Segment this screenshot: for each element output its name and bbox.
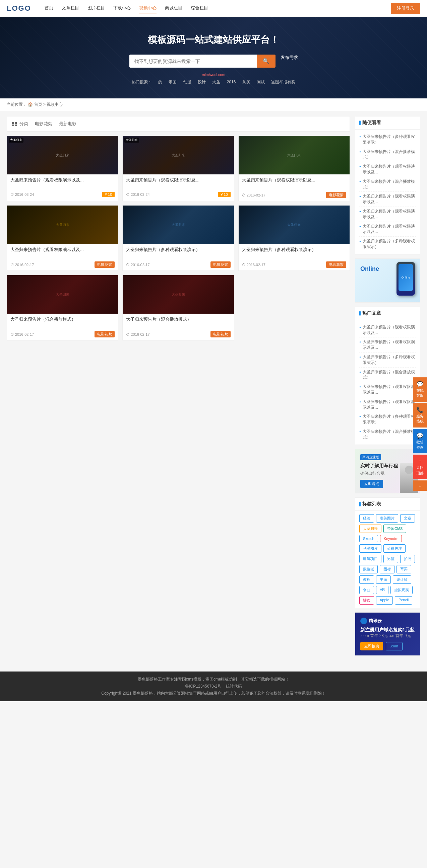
video-card-7[interactable]: 大圣归来 大圣归来预告片（混合播放模式） ⏱ 2016-02-17 电影花絮 xyxy=(122,275,234,340)
random-watch-header: 随便看看 xyxy=(355,117,420,129)
random-item-1[interactable]: 大圣归来预告片（混合播放模式） xyxy=(359,147,416,162)
video-title-3: 大圣归来预告片（观看权限演示以及... xyxy=(10,247,115,259)
video-card-2[interactable]: 大圣归来 大圣归来预告片（观看权限演示以及... ⏱ 2016-02-17 电影… xyxy=(238,135,350,201)
hot-article-2[interactable]: 大圣归来预告片（多种观看权限演示） xyxy=(359,352,416,368)
tag-7[interactable]: 动漫图片 xyxy=(359,544,381,553)
hot-article-5[interactable]: 大圣归来预告片（观看权限演示以及... xyxy=(359,397,416,412)
tag-1[interactable]: 唯美图片 xyxy=(376,514,398,523)
hot-article-7[interactable]: 大圣归来预告片（混合播放模式） xyxy=(359,427,416,442)
float-hotline[interactable]: 📞 服务热线 xyxy=(413,403,427,428)
hot-item-0[interactable]: 的 xyxy=(158,80,162,84)
float-customer-service[interactable]: 💬 在线客服 xyxy=(413,377,427,402)
hot-item-4[interactable]: 大圣 xyxy=(212,80,220,84)
logo: LOGO xyxy=(7,4,31,13)
tag-18[interactable]: 创业 xyxy=(359,586,374,594)
tag-6[interactable]: Keynote· xyxy=(380,535,402,542)
hot-item-7[interactable]: 测试 xyxy=(257,80,265,84)
video-info-3: 大圣归来预告片（观看权限演示以及... ⏱ 2016-02-17 电影花絮 xyxy=(7,244,118,271)
banner: 模板源码一站式建站供应平台！ 🔍 发布需求 mimiwuqi.com 热门搜索：… xyxy=(0,17,427,98)
tag-5[interactable]: Sketch xyxy=(359,535,378,542)
tag-22[interactable]: Apple xyxy=(376,596,393,604)
tag-17[interactable]: 设计师 xyxy=(393,576,411,584)
tag-21[interactable]: 键盘 xyxy=(359,596,374,604)
tencent-btn2[interactable]: .com xyxy=(386,642,402,650)
tag-0[interactable]: 经验 xyxy=(359,514,374,523)
login-button[interactable]: 注册登录 xyxy=(391,3,420,14)
tab-latest-movie[interactable]: 最新电影 xyxy=(59,120,77,128)
random-item-4[interactable]: 大圣归来预告片（观看权限演示以及... xyxy=(359,192,416,207)
tag-12[interactable]: 数位板 xyxy=(359,565,378,574)
tag-8[interactable]: 值得关注 xyxy=(383,544,405,553)
tag-10[interactable]: 男篮 xyxy=(383,555,398,563)
nav-home[interactable]: 首页 xyxy=(45,3,53,13)
random-item-3[interactable]: 大圣归来预告片（混合播放模式） xyxy=(359,177,416,192)
tab-movie-clips[interactable]: 电影花絮 xyxy=(35,120,52,128)
tag-11[interactable]: 拍照 xyxy=(400,555,415,563)
video-card-6[interactable]: 大圣归来 大圣归来预告片（混合播放模式） ⏱ 2016-02-17 电影花絮 xyxy=(7,275,118,340)
steal-report-link[interactable]: 盗图举报有奖 xyxy=(271,80,295,84)
tag-4[interactable]: 帝国CMS xyxy=(383,525,406,533)
tag-23[interactable]: Pencil xyxy=(395,596,412,604)
tags-header: 标签列表 xyxy=(355,498,420,511)
video-tag-3: 电影花絮 xyxy=(94,261,115,268)
nav-misc[interactable]: 综合栏目 xyxy=(191,3,208,13)
main-nav: 首页 文章栏目 图片栏目 下载中心 视频中心 商城栏目 综合栏目 xyxy=(45,3,391,13)
hot-article-0[interactable]: 大圣归来预告片（观看权限演示以及... xyxy=(359,323,416,338)
nav-shop[interactable]: 商城栏目 xyxy=(165,3,182,13)
hot-item-2[interactable]: 动漫 xyxy=(183,80,191,84)
enterprise-btn[interactable]: 立即请点 xyxy=(360,480,383,488)
video-card-5[interactable]: 大圣归来 大圣归来预告片（多种观看权限演示） ⏱ 2016-02-17 电影花絮 xyxy=(238,205,350,271)
random-item-6[interactable]: 大圣归来预告片（观看权限演示以及... xyxy=(359,222,416,237)
hot-item-6[interactable]: 购买 xyxy=(242,80,250,84)
tag-2[interactable]: 文章 xyxy=(400,514,415,523)
publish-link[interactable]: 发布需求 xyxy=(281,55,298,68)
clock-icon-3: ⏱ xyxy=(10,263,14,267)
tab-category[interactable]: 分类 xyxy=(12,120,28,128)
tag-3[interactable]: 大圣归来 xyxy=(359,525,381,533)
nav-download[interactable]: 下载中心 xyxy=(113,3,131,13)
tags-container: 经验 唯美图片 文章 大圣归来 帝国CMS Sketch Keynote· 动漫… xyxy=(355,511,420,608)
float-down-arrow[interactable]: ↓ xyxy=(413,480,427,491)
random-item-2[interactable]: 大圣归来预告片（观看权限演示以及... xyxy=(359,162,416,177)
nav-image[interactable]: 图片栏目 xyxy=(87,3,105,13)
tag-19[interactable]: VR xyxy=(376,586,389,594)
random-item-5[interactable]: 大圣归来预告片（观看权限演示以及... xyxy=(359,207,416,222)
video-tag-2: 电影花絮 xyxy=(326,192,346,198)
random-item-0[interactable]: 大圣归来预告片（多种观看权限演示） xyxy=(359,132,416,147)
video-card-3[interactable]: 大圣归来 大圣归来预告片（观看权限演示以及... ⏱ 2016-02-17 电影… xyxy=(7,205,118,271)
video-card-0[interactable]: 大圣归来 大圣归来 大圣归来预告片（观看权限演示以及... ⏱ 2016-03-… xyxy=(7,135,118,201)
tag-20[interactable]: 虚拟现实 xyxy=(391,586,412,594)
tag-15[interactable]: 教程 xyxy=(359,576,374,584)
phone-visual: Online xyxy=(397,262,415,296)
search-button[interactable]: 🔍 xyxy=(257,55,276,68)
tag-13[interactable]: 图标 xyxy=(380,565,395,574)
hot-item-1[interactable]: 帝国 xyxy=(169,80,177,84)
hot-article-6[interactable]: 大圣归来预告片（多种观看权限演示） xyxy=(359,412,416,427)
tencent-sub: .com 首年 28元 .cn 首年 9元 xyxy=(360,633,415,639)
hot-article-1[interactable]: 大圣归来预告片（观看权限演示以及... xyxy=(359,337,416,352)
tencent-ad-section: 腾讯云 新注册用户域名抢购1元起 .com 首年 28元 .cn 首年 9元 立… xyxy=(355,612,420,656)
thumb-visual-0: 大圣归来 xyxy=(7,136,118,175)
tag-9[interactable]: 建筑项目 xyxy=(359,555,381,563)
random-item-7[interactable]: 大圣归来预告片（多种观看权限演示） xyxy=(359,237,416,251)
video-card-4[interactable]: 大圣归来 大圣归来预告片（多种观看权限演示） ⏱ 2016-02-17 电影花絮 xyxy=(122,205,234,271)
nav-video[interactable]: 视频中心 xyxy=(139,3,156,13)
search-input[interactable] xyxy=(130,55,257,68)
enterprise-badge: 高清企业版 xyxy=(360,454,381,460)
tencent-name: 腾讯云 xyxy=(369,618,382,624)
float-wechat[interactable]: 💬 微信咨询 xyxy=(413,429,427,453)
video-card-1[interactable]: 大圣归来 大圣归来 大圣归来预告片（观看权限演示以及... ⏱ 2016-03-… xyxy=(122,135,234,201)
tag-14[interactable]: 写买 xyxy=(397,565,411,574)
float-label-3: 返回顶部 xyxy=(415,466,425,476)
float-back-top[interactable]: ↑ 返回顶部 xyxy=(413,455,427,479)
breadcrumb-home[interactable]: 首页 xyxy=(34,102,42,107)
tencent-ad: 腾讯云 新注册用户域名抢购1元起 .com 首年 28元 .cn 首年 9元 立… xyxy=(355,613,420,655)
hot-article-4[interactable]: 大圣归来预告片（观看权限演示以及... xyxy=(359,382,416,397)
hot-item-3[interactable]: 设计 xyxy=(198,80,206,84)
tag-16[interactable]: 平面 xyxy=(376,576,391,584)
video-title-7: 大圣归来预告片（混合播放模式） xyxy=(126,316,230,329)
nav-article[interactable]: 文章栏目 xyxy=(62,3,79,13)
hot-item-5[interactable]: 2016 xyxy=(227,80,236,84)
hot-article-3[interactable]: 大圣归来预告片（混合播放模式） xyxy=(359,368,416,383)
tencent-btn1[interactable]: 立即抢购 xyxy=(360,642,383,650)
